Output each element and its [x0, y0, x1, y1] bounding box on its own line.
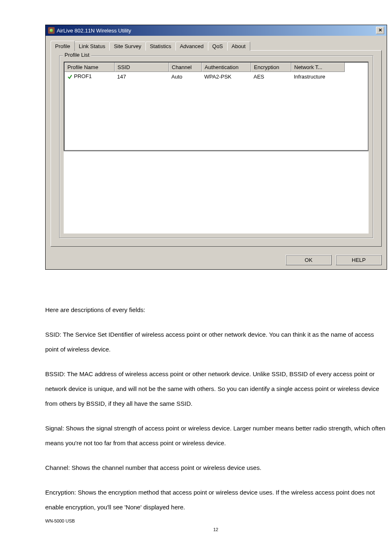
- listview-header: Profile Name SSID Channel Authentication…: [65, 62, 368, 72]
- doc-footer: WN-5000 USB: [45, 516, 386, 526]
- ok-button[interactable]: OK: [286, 255, 332, 265]
- tab-statistics[interactable]: Statistics: [145, 42, 176, 51]
- cell-enc: AES: [251, 74, 291, 80]
- col-network-type[interactable]: Network T...: [291, 62, 345, 72]
- tab-link-status[interactable]: Link Status: [74, 42, 110, 51]
- dialog-window: AirLive 802.11N Wireless Utility ✕ Profi…: [45, 25, 387, 270]
- doc-encryption: Encryption: Shows the encryption method …: [45, 485, 386, 515]
- tab-advanced[interactable]: Advanced: [175, 42, 208, 51]
- doc-ssid: SSID: The Service Set IDentifier of wire…: [45, 327, 386, 357]
- tab-strip: Profile Link Status Site Survey Statisti…: [51, 41, 382, 51]
- col-encryption[interactable]: Encryption: [251, 62, 291, 72]
- col-authentication[interactable]: Authentication: [202, 62, 251, 72]
- page-number: 12: [45, 527, 386, 532]
- tab-profile[interactable]: Profile: [51, 41, 75, 51]
- titlebar: AirLive 802.11N Wireless Utility ✕: [46, 25, 387, 36]
- tab-about[interactable]: About: [227, 42, 250, 51]
- tab-site-survey[interactable]: Site Survey: [109, 42, 145, 51]
- cell-net: Infrastructure: [291, 74, 345, 80]
- doc-signal: Signal: Shows the signal strength of acc…: [45, 421, 386, 451]
- listview-body: PROF1 147 Auto WPA2-PSK AES Infrastructu…: [65, 72, 368, 150]
- cell-ssid: 147: [115, 74, 169, 80]
- col-ssid[interactable]: SSID: [115, 62, 169, 72]
- col-channel[interactable]: Channel: [169, 62, 202, 72]
- col-profile-name[interactable]: Profile Name: [65, 62, 115, 72]
- cell-channel: Auto: [169, 74, 202, 80]
- cell-profile-name: PROF1: [65, 73, 115, 80]
- list-item[interactable]: PROF1 147 Auto WPA2-PSK AES Infrastructu…: [65, 72, 368, 81]
- cell-auth: WPA2-PSK: [202, 74, 251, 80]
- client-area: Profile Link Status Site Survey Statisti…: [46, 36, 387, 252]
- profile-list-group: Profile List Profile Name SSID Channel A…: [59, 56, 373, 238]
- window-title: AirLive 802.11N Wireless Utility: [57, 28, 376, 34]
- doc-intro: Here are descriptions of every fields:: [45, 303, 386, 317]
- active-check-icon: [67, 74, 73, 80]
- profile-listview[interactable]: Profile Name SSID Channel Authentication…: [64, 62, 369, 151]
- bottom-button-bar: OK HELP: [46, 252, 387, 269]
- close-button[interactable]: ✕: [376, 27, 384, 34]
- document-body: Here are descriptions of every fields: S…: [45, 303, 386, 526]
- doc-bssid: BSSID: The MAC address of wireless acces…: [45, 367, 386, 411]
- tab-qos[interactable]: QoS: [208, 42, 228, 51]
- doc-channel: Channel: Shows the channel number that a…: [45, 460, 386, 475]
- app-icon: [48, 27, 55, 34]
- profile-list-legend: Profile List: [63, 52, 91, 58]
- help-button[interactable]: HELP: [336, 255, 382, 265]
- tab-panel-profile: Profile List Profile Name SSID Channel A…: [51, 50, 382, 247]
- lower-white-area: [64, 151, 369, 234]
